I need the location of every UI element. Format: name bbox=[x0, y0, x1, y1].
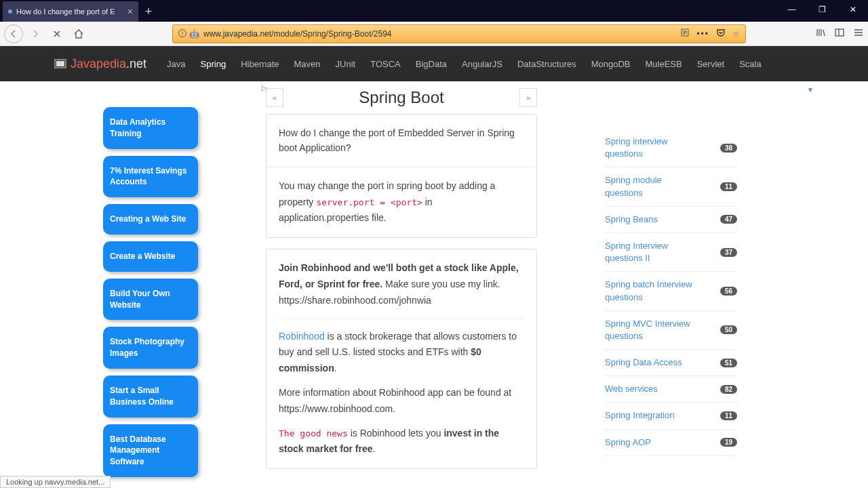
sidebar-link-label: Spring interview questions bbox=[605, 136, 693, 160]
pager-prev[interactable]: « bbox=[266, 88, 283, 107]
sidebar-link[interactable]: Spring Integration11 bbox=[605, 403, 737, 429]
sidebar-link-count: 11 bbox=[720, 411, 737, 420]
browser-toolbar: i 🤖 www.javapedia.net/module/Spring/Spri… bbox=[0, 22, 868, 46]
sidebar-link[interactable]: Spring MVC Interview questions50 bbox=[605, 311, 737, 350]
robinhood-link[interactable]: Robinhood bbox=[279, 331, 325, 342]
main-content: « Spring Boot » How do I change the port… bbox=[266, 88, 537, 477]
nav-item-datastructures[interactable]: DataStructures bbox=[516, 55, 578, 73]
sidebar-link[interactable]: Spring module questions11 bbox=[605, 167, 737, 206]
ad-button[interactable]: Stock Photography Images bbox=[103, 327, 198, 369]
sidebar-icon[interactable] bbox=[834, 27, 845, 40]
nav-item-junit[interactable]: JUnit bbox=[334, 55, 357, 73]
logo-icon bbox=[54, 58, 66, 70]
ad-button[interactable]: Create a Website bbox=[103, 241, 198, 272]
logo-text-tld: .net bbox=[126, 57, 146, 70]
sidebar-link[interactable]: Spring AOP19 bbox=[605, 430, 737, 456]
page-viewport[interactable]: Javapedia.net JavaSpringHibernateMavenJU… bbox=[0, 46, 868, 488]
promo-head: Join Robinhood and we'll both get a stoc… bbox=[279, 260, 524, 319]
nav-item-maven[interactable]: Maven bbox=[293, 55, 322, 73]
logo-text-main: Javapedia bbox=[71, 57, 126, 70]
sidebar-link[interactable]: Spring Data Access51 bbox=[605, 350, 737, 376]
window-minimize[interactable]: — bbox=[776, 0, 807, 19]
star-icon[interactable]: ☆ bbox=[732, 29, 740, 39]
ad-button[interactable]: Creating a Web Site bbox=[103, 204, 198, 235]
sidebar-link-count: 56 bbox=[720, 287, 737, 296]
sidebar-link-label: Spring Data Access bbox=[605, 357, 682, 369]
new-tab-button[interactable]: + bbox=[138, 1, 159, 22]
browser-titlebar: How do I change the port of E × + — ❐ ✕ bbox=[0, 0, 868, 22]
sidebar-link-count: 38 bbox=[720, 144, 737, 152]
qa-box: How do I change the port of Embedded Ser… bbox=[266, 114, 537, 238]
nav-item-servlet[interactable]: Servlet bbox=[696, 55, 726, 73]
ad-button[interactable]: Start a Small Business Online bbox=[103, 375, 198, 418]
nav-item-java[interactable]: Java bbox=[165, 55, 186, 73]
promo-p3-a: is Robinhood lets you bbox=[348, 428, 444, 439]
sidebar-link[interactable]: Spring interview questions38 bbox=[605, 129, 737, 167]
stop-button[interactable] bbox=[47, 24, 66, 43]
sidebar-link-label: Spring Beans bbox=[605, 214, 658, 226]
promo-box: Join Robinhood and we'll both get a stoc… bbox=[266, 249, 537, 469]
nav-item-muleesb[interactable]: MuleESB bbox=[644, 55, 684, 73]
sidebar-link[interactable]: Web services82 bbox=[605, 376, 737, 403]
back-button[interactable] bbox=[4, 24, 23, 43]
window-maximize[interactable]: ❐ bbox=[807, 0, 837, 19]
sidebar-link-label: Spring module questions bbox=[605, 174, 693, 199]
ad-button[interactable]: Build Your Own Website bbox=[103, 279, 198, 321]
ad-button[interactable]: Best Database Management Software bbox=[103, 424, 198, 477]
sidebar-link-count: 50 bbox=[720, 325, 737, 334]
forward-button[interactable] bbox=[26, 24, 45, 43]
site-logo[interactable]: Javapedia.net bbox=[54, 57, 146, 71]
pager-next[interactable]: » bbox=[519, 88, 537, 107]
pocket-icon[interactable] bbox=[716, 28, 726, 39]
browser-status-bar: Looking up navvy.media.net... bbox=[0, 476, 111, 488]
question-text: How do I change the port of Embedded Ser… bbox=[267, 115, 536, 167]
nav-items: JavaSpringHibernateMavenJUnitTOSCABigDat… bbox=[165, 55, 763, 73]
sidebar-link-label: Web services bbox=[605, 383, 658, 395]
site-navbar: Javapedia.net JavaSpringHibernateMavenJU… bbox=[45, 46, 823, 81]
ad-indicator-icon[interactable] bbox=[262, 84, 267, 92]
tab-close-icon[interactable]: × bbox=[127, 6, 133, 17]
sidebar-link[interactable]: Spring Beans47 bbox=[605, 207, 737, 233]
window-close[interactable]: ✕ bbox=[837, 0, 868, 19]
ad-column: Data Analytics Training7% Interest Savin… bbox=[103, 107, 198, 477]
answer-text: You may change the port in spring boot b… bbox=[267, 167, 536, 237]
sidebar-link[interactable]: Spring Interview questions II37 bbox=[605, 233, 737, 272]
sidebar-link-count: 82 bbox=[720, 385, 737, 394]
sidebar-link-label: Spring Integration bbox=[605, 409, 675, 422]
robot-icon[interactable]: 🤖 bbox=[189, 29, 199, 39]
nav-item-angularjs[interactable]: AngularJS bbox=[460, 55, 504, 73]
home-button[interactable] bbox=[69, 24, 88, 43]
sidebar-link-count: 51 bbox=[720, 359, 737, 367]
nav-item-spring[interactable]: Spring bbox=[199, 55, 228, 73]
tab-loading-dot bbox=[8, 9, 12, 14]
promo-p3-code: The good news bbox=[279, 428, 348, 439]
sidebar-link-label: Spring AOP bbox=[605, 436, 651, 449]
right-sidebar: Spring interview questions38Spring modul… bbox=[605, 129, 737, 477]
sidebar-link-label: Spring MVC Interview questions bbox=[605, 318, 693, 342]
nav-item-bigdata[interactable]: BigData bbox=[414, 55, 448, 73]
browser-tab[interactable]: How do I change the port of E × bbox=[3, 1, 138, 22]
svg-rect-1 bbox=[835, 29, 844, 36]
url-bar[interactable]: i 🤖 www.javapedia.net/module/Spring/Spri… bbox=[172, 24, 746, 43]
answer-code: server.port = <port> bbox=[316, 197, 422, 207]
ad-button[interactable]: 7% Interest Savings Accounts bbox=[103, 156, 198, 198]
page-title: Spring Boot bbox=[283, 88, 519, 107]
sidebar-link-count: 37 bbox=[720, 248, 737, 257]
nav-item-tosca[interactable]: TOSCA bbox=[369, 55, 402, 73]
more-icon[interactable]: ••• bbox=[696, 29, 709, 39]
reader-icon[interactable] bbox=[680, 28, 690, 39]
sidebar-link-count: 11 bbox=[720, 182, 737, 191]
tab-title: How do I change the port of E bbox=[16, 7, 125, 16]
ad-button[interactable]: Data Analytics Training bbox=[103, 107, 198, 149]
nav-item-mongodb[interactable]: MongoDB bbox=[590, 55, 632, 73]
sidebar-link[interactable]: Spring batch Interview questions56 bbox=[605, 272, 737, 310]
info-icon[interactable]: i bbox=[178, 29, 186, 37]
nav-item-scala[interactable]: Scala bbox=[738, 55, 763, 73]
library-icon[interactable] bbox=[815, 27, 826, 40]
sidebar-link-count: 19 bbox=[720, 438, 737, 447]
menu-icon[interactable] bbox=[853, 27, 864, 40]
nav-item-hibernate[interactable]: Hibernate bbox=[239, 55, 280, 73]
svg-rect-3 bbox=[56, 61, 64, 66]
promo-p1-end: . bbox=[334, 363, 337, 373]
sidebar-link-count: 47 bbox=[720, 215, 737, 224]
